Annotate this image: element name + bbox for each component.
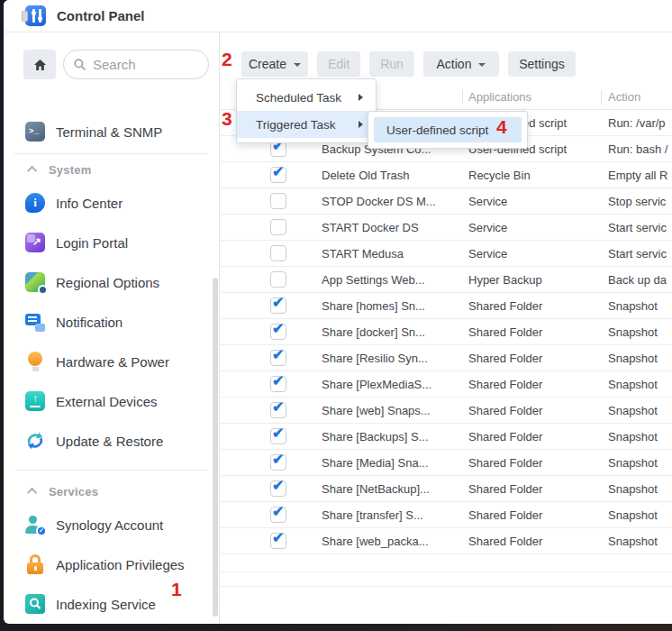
task-action: Snapshot	[608, 456, 672, 470]
task-action: Empty all R	[608, 169, 672, 182]
table-row[interactable]: Share [web] Snaps...Shared FolderSnapsho…	[220, 398, 672, 424]
table-row[interactable]: Share [PlexMediaS...Shared FolderSnapsho…	[220, 371, 672, 398]
row-checkbox-checked[interactable]	[270, 297, 286, 314]
sidebar-item-terminal-snmp[interactable]: >_ Terminal & SNMP	[4, 112, 219, 151]
row-checkbox-unchecked[interactable]	[270, 193, 286, 209]
table-row[interactable]: START Docker DSServiceStart servic	[220, 215, 672, 241]
settings-button[interactable]: Settings	[508, 51, 576, 77]
sidebar-section-services[interactable]: Services	[4, 478, 219, 505]
task-name: Share [Media] Sna...	[322, 456, 468, 470]
task-application: Service	[468, 195, 608, 208]
external-devices-icon: ↑	[25, 391, 45, 411]
table-row[interactable]: STOP Docker DS M...ServiceStop servic	[220, 188, 672, 215]
submenu-arrow-icon	[359, 121, 363, 128]
sidebar-item-external-devices[interactable]: ↑ External Devices	[4, 381, 219, 421]
home-button[interactable]	[23, 50, 56, 79]
sidebar-item-login-portal[interactable]: ↗ Login Portal	[4, 223, 219, 262]
table-row[interactable]: Share [docker] Sn...Shared FolderSnapsho…	[220, 319, 672, 345]
annotation-step-4: 4	[496, 116, 507, 138]
sidebar-item-indexing-service[interactable]: Indexing Service	[4, 584, 219, 624]
task-application: Shared Folder	[468, 404, 608, 417]
table-row[interactable]: Share [Resilio Syn...Shared FolderSnapsh…	[220, 345, 672, 371]
table-row[interactable]: App Settings Web...Hyper BackupBack up d…	[220, 267, 672, 293]
chevron-down-icon	[478, 63, 486, 67]
search-box[interactable]	[63, 50, 209, 79]
row-checkbox-checked[interactable]	[270, 402, 286, 418]
sidebar-item-synology-account[interactable]: ✓ Synology Account	[4, 505, 219, 544]
task-action: Snapshot	[608, 352, 672, 365]
table-row[interactable]: Share [web_packa...Shared FolderSnapshot	[220, 528, 672, 554]
sidebar-item-regional-options[interactable]: Regional Options	[4, 262, 219, 302]
menu-item-triggered-task[interactable]: Triggered Task	[237, 111, 376, 138]
row-checkbox-checked[interactable]	[270, 533, 286, 549]
sidebar-divider	[14, 153, 208, 154]
sidebar-item-notification[interactable]: Notification	[4, 302, 219, 342]
task-name: Share [docker] Sn...	[322, 325, 468, 339]
submenu-arrow-icon	[359, 94, 363, 101]
sidebar-scrollbar-thumb[interactable]	[213, 278, 218, 617]
notification-icon	[25, 312, 45, 332]
task-action: Run: bash /	[608, 142, 672, 156]
task-action: Snapshot	[608, 482, 672, 496]
terminal-icon: >_	[25, 122, 45, 142]
synology-account-icon: ✓	[25, 515, 45, 535]
task-name: Share [Backups] S...	[322, 430, 468, 444]
task-name: START Medusa	[322, 247, 468, 261]
task-action: Snapshot	[608, 535, 672, 548]
edit-button: Edit	[317, 51, 360, 77]
task-name: Share [NetBackup]...	[322, 482, 468, 496]
update-restore-icon	[25, 431, 45, 451]
task-name: App Settings Web...	[322, 273, 468, 287]
column-header-action[interactable]: Action	[608, 90, 640, 104]
collapse-chevron-icon	[27, 488, 37, 498]
search-input[interactable]	[93, 57, 192, 72]
sidebar-item-application-privileges[interactable]: Application Privileges	[4, 544, 219, 584]
row-checkbox-unchecked[interactable]	[270, 219, 286, 235]
menu-item-scheduled-task[interactable]: Scheduled Task	[237, 84, 376, 111]
row-checkbox-checked[interactable]	[270, 454, 286, 471]
control-panel-window: Control Panel >_	[4, 0, 672, 624]
toolbar: Create Edit Run Action Settings	[241, 51, 576, 77]
task-name: Share [PlexMediaS...	[322, 378, 468, 391]
task-action: Start servic	[608, 247, 672, 261]
row-checkbox-checked[interactable]	[270, 428, 286, 444]
sidebar-item-hardware-power[interactable]: Hardware & Power	[4, 342, 219, 381]
sidebar-divider	[14, 470, 208, 471]
task-name: Share [transfer] S...	[322, 508, 468, 522]
create-dropdown-menu: Scheduled Task Triggered Task	[236, 78, 377, 143]
sidebar-section-system[interactable]: System	[4, 156, 219, 183]
collapse-chevron-icon	[27, 166, 37, 176]
sidebar: >_ Terminal & SNMP System i Info Center …	[4, 32, 220, 624]
row-checkbox-checked[interactable]	[270, 167, 286, 183]
indexing-service-icon	[25, 594, 45, 614]
task-action: Start servic	[608, 221, 672, 234]
task-name: Share [web_packa...	[322, 535, 468, 548]
table-row[interactable]: Delete Old TrashRecycle BinEmpty all R	[220, 162, 672, 188]
create-button[interactable]: Create	[241, 51, 308, 77]
row-checkbox-checked[interactable]	[270, 480, 286, 497]
table-row[interactable]: START MedusaServiceStart servic	[220, 241, 672, 267]
sidebar-item-update-restore[interactable]: Update & Restore	[4, 421, 219, 461]
task-name: Share [web] Snaps...	[322, 404, 468, 417]
sidebar-item-info-center[interactable]: i Info Center	[4, 183, 219, 223]
action-button[interactable]: Action	[423, 51, 499, 77]
annotation-step-2: 2	[222, 49, 232, 70]
task-action: Snapshot	[608, 299, 672, 313]
task-name: START Docker DS	[322, 221, 468, 234]
table-row[interactable]: Share [transfer] S...Shared FolderSnapsh…	[220, 502, 672, 528]
task-action: Snapshot	[608, 508, 672, 522]
row-checkbox-checked[interactable]	[270, 350, 286, 366]
row-checkbox-checked[interactable]	[270, 324, 286, 340]
row-checkbox-unchecked[interactable]	[270, 271, 286, 288]
row-checkbox-checked[interactable]	[270, 507, 286, 523]
table-row[interactable]: Share [Backups] S...Shared FolderSnapsho…	[220, 424, 672, 450]
row-checkbox-checked[interactable]	[270, 376, 286, 392]
row-checkbox-unchecked[interactable]	[270, 245, 286, 261]
task-action: Back up da	[608, 273, 672, 287]
table-row[interactable]: Share [Media] Sna...Shared FolderSnapsho…	[220, 450, 672, 476]
column-header-applications[interactable]: Applications	[468, 90, 531, 104]
regional-options-icon	[25, 272, 45, 292]
table-row[interactable]: Share [NetBackup]...Shared FolderSnapsho…	[220, 476, 672, 502]
task-action: Snapshot	[608, 378, 672, 391]
table-row[interactable]: Share [homes] Sn...Shared FolderSnapshot	[220, 293, 672, 319]
